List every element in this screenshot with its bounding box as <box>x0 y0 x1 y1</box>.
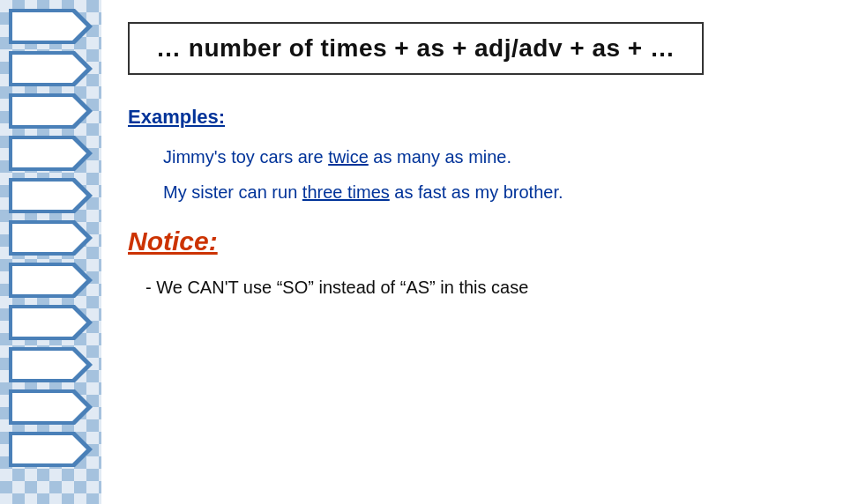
svg-marker-26 <box>12 393 86 421</box>
notice-label: Notice: <box>128 226 817 256</box>
example-1-highlight: twice <box>328 147 369 167</box>
formula-box: … number of times + as + adj/adv + as + … <box>128 22 704 75</box>
example-2-highlight: three times <box>302 182 390 202</box>
svg-marker-20 <box>12 266 86 294</box>
example-item-1: Jimmy's toy cars are twice as many as mi… <box>163 145 817 169</box>
examples-label: Examples: <box>128 106 817 129</box>
example-1-suffix: as many as mine. <box>369 147 511 167</box>
examples-section: Examples: Jimmy's toy cars are twice as … <box>128 106 817 204</box>
main-content: … number of times + as + adj/adv + as + … <box>101 0 843 504</box>
svg-marker-18 <box>12 224 86 252</box>
svg-marker-28 <box>12 435 86 463</box>
svg-marker-12 <box>12 97 86 125</box>
notice-section: Notice: - We CAN'T use “SO” instead of “… <box>128 226 817 300</box>
svg-marker-22 <box>12 308 86 337</box>
example-item-2: My sister can run three times as fast as… <box>163 180 817 204</box>
svg-marker-14 <box>12 139 86 167</box>
svg-marker-8 <box>12 12 86 41</box>
example-1-prefix: Jimmy's toy cars are <box>163 147 328 167</box>
svg-marker-16 <box>12 182 86 210</box>
svg-marker-10 <box>12 55 86 83</box>
svg-marker-24 <box>12 351 86 379</box>
example-2-suffix: as fast as my brother. <box>390 182 563 202</box>
notice-item-1: - We CAN'T use “SO” instead of “AS” in t… <box>145 274 817 300</box>
notice-dash: - <box>145 278 156 297</box>
left-decorative-border <box>0 0 101 504</box>
example-2-prefix: My sister can run <box>163 182 302 202</box>
formula-text: … number of times + as + adj/adv + as + … <box>156 34 675 62</box>
notice-text: We CAN'T use “SO” instead of “AS” in thi… <box>156 278 528 297</box>
